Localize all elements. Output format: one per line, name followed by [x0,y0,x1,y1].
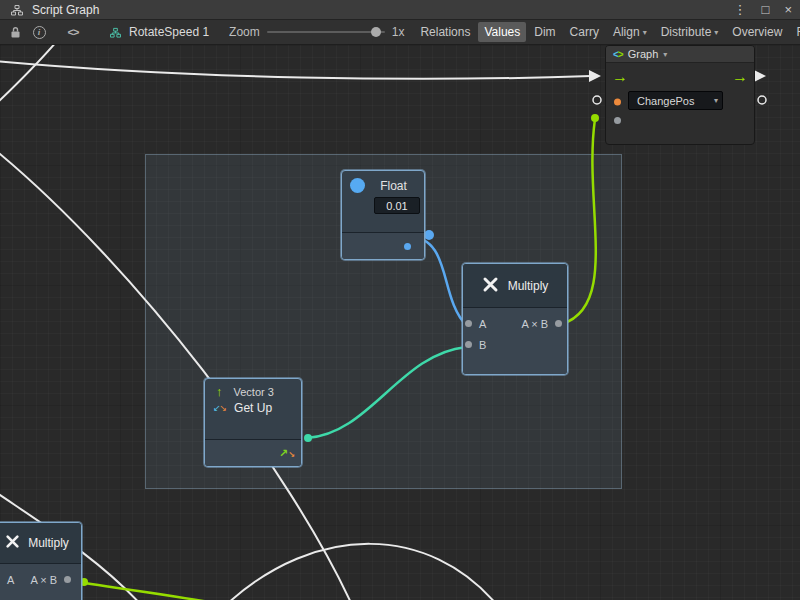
script-graph-window: Script Graph ⋮ □ × i <> RotateSpeed 1 Zo… [0,0,800,600]
zoom-control: Zoom 1x [229,25,404,39]
flow-in-green-arrow-icon[interactable]: → [612,69,628,85]
wire-getup-to-multiply [307,347,466,438]
wire-white-top [0,61,591,79]
multiply-node-title: Multiply [508,279,549,293]
output-port[interactable] [555,320,562,327]
chevron-down-icon: ▾ [714,96,718,105]
variable-port-row: ChangePos ▾ [606,90,754,113]
wire-white-corner [0,45,57,105]
float-node-header: Float [342,171,424,196]
carry-button[interactable]: Carry [564,22,605,42]
wire-multiply2-output [64,580,238,600]
extra-port-row [606,113,754,135]
float-port-row [342,232,424,259]
float-output-port[interactable] [404,243,411,250]
port-row-a: A A × B [463,313,567,334]
align-dropdown-button[interactable]: Align▾ [607,22,653,42]
float-node-title: Float [371,179,416,193]
breadcrumb-graph-name[interactable]: RotateSpeed 1 [106,23,209,42]
vector3-axes-icon: ↙↘ [213,404,226,413]
float-type-icon [350,178,365,193]
getup-type-label: Vector 3 [234,386,274,398]
orange-value-port[interactable] [614,98,621,105]
graph-node-title: Graph [628,48,659,60]
flow-out-green-arrow-icon[interactable]: → [732,69,748,85]
multiply2-node-title: Multiply [28,536,69,550]
input-port-a[interactable] [465,320,472,327]
code-angle-icon: <> [613,49,623,60]
getup-port-row: ↗↘ [205,439,301,466]
zoom-slider[interactable] [267,31,385,33]
changepos-dropdown-value: ChangePos [637,95,695,107]
edit-code-icon[interactable]: <> [64,23,82,42]
graph-canvas[interactable]: <> Graph ▾ → → ChangePos ▾ [0,45,800,600]
multiply-x-icon [482,276,499,296]
port-label-output: A × B [30,574,57,586]
chevron-down-icon[interactable]: ▾ [663,50,667,59]
value-out-ring-port [758,96,766,104]
port-row-b: B [463,334,567,355]
float-value-input[interactable]: 0.01 [374,197,420,214]
values-button[interactable]: Values [478,22,526,42]
fullscreen-button[interactable]: Full Screen [790,22,800,42]
info-icon[interactable]: i [30,23,48,42]
port-label-output: A × B [521,318,548,330]
gray-value-port[interactable] [614,117,621,124]
port-label-a: A [7,574,14,586]
flow-out-arrow-port [754,70,766,82]
multiply-ports: A A × B B [463,308,567,374]
port-label-a: A [479,318,486,330]
relations-button[interactable]: Relations [414,22,476,42]
toolbar-buttons: Relations Values Dim Carry Align▾ Distri… [414,22,800,42]
getup-node-header: ↑ Vector 3 ↙↘ Get Up [205,379,301,420]
chevron-down-icon: ▾ [714,28,718,37]
window-menu-icon[interactable]: ⋮ [734,3,747,16]
graph-asset-icon [106,23,124,42]
wire-endpoint-dot [304,434,312,442]
value-in-ring-port [593,96,601,104]
wire-endpoint-dot [424,230,434,240]
changepos-dropdown[interactable]: ChangePos ▾ [628,91,723,110]
script-graph-icon [8,0,26,19]
node-graph[interactable]: <> Graph ▾ → → ChangePos ▾ [605,45,755,145]
wire-white-bottom-arc [226,544,497,600]
flow-port-row: → → [606,63,754,90]
multiply2-ports: A A × B [0,564,81,600]
node-float[interactable]: Float 0.01 [341,170,425,260]
port-label-b: B [479,339,486,351]
node-multiply-partial[interactable]: Multiply A A × B [0,522,82,600]
getup-node-title: Get Up [234,401,272,415]
distribute-dropdown-button[interactable]: Distribute▾ [655,22,725,42]
output-port[interactable] [64,576,71,583]
zoom-value: 1x [392,25,405,39]
window-title: Script Graph [32,3,99,17]
node-get-up[interactable]: ↑ Vector 3 ↙↘ Get Up ↗↘ [204,378,302,467]
chevron-down-icon: ▾ [643,28,647,37]
vector3-output-port-icon[interactable]: ↗↘ [279,448,295,459]
zoom-slider-handle[interactable] [371,27,381,37]
port-row-a: A A × B [0,569,81,590]
title-bar: Script Graph ⋮ □ × [0,0,800,20]
close-icon[interactable]: × [784,3,792,16]
up-arrow-icon: ↑ [216,385,223,398]
multiply-x-icon [5,534,20,552]
maximize-icon[interactable]: □ [762,3,770,16]
lock-icon[interactable] [6,23,24,42]
wire-endpoint-dot [591,114,599,122]
graph-name-label: RotateSpeed 1 [129,25,209,39]
graph-node-header: <> Graph ▾ [606,46,754,63]
node-multiply[interactable]: Multiply A A × B B [462,263,568,375]
dim-button[interactable]: Dim [528,22,561,42]
zoom-label: Zoom [229,25,260,39]
multiply2-node-header: Multiply [0,523,81,564]
graph-toolbar: i <> RotateSpeed 1 Zoom 1x Relations Val… [0,20,800,45]
multiply-node-header: Multiply [463,264,567,308]
input-port-b[interactable] [465,341,472,348]
overview-button[interactable]: Overview [726,22,788,42]
flow-in-arrow-port [589,70,601,82]
